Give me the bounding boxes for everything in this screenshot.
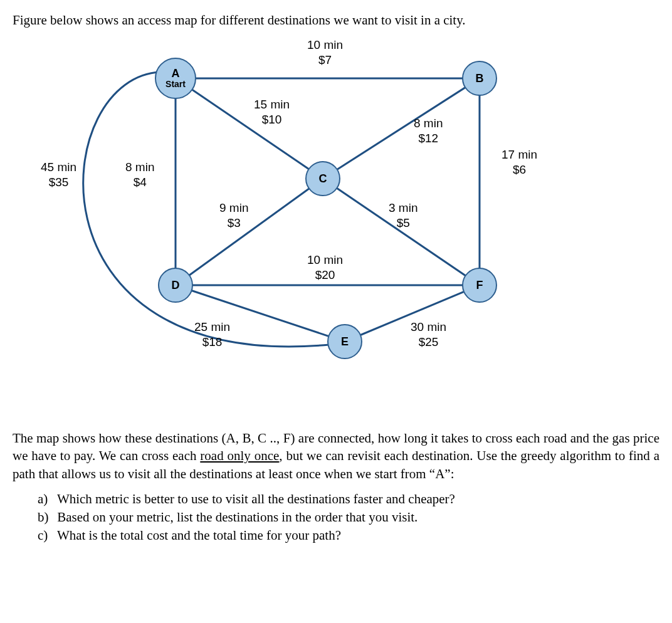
question-b-label: b) bbox=[38, 510, 54, 525]
question-c-label: c) bbox=[38, 528, 54, 543]
node-F: F bbox=[462, 268, 497, 303]
label-BF: 17 min $6 bbox=[501, 147, 537, 177]
label-AD-cost: $4 bbox=[125, 175, 154, 190]
label-DF: 10 min $20 bbox=[307, 253, 343, 283]
label-BC: 8 min $12 bbox=[414, 116, 443, 146]
node-C: C bbox=[305, 161, 340, 196]
node-F-label: F bbox=[476, 280, 483, 291]
node-B: B bbox=[462, 61, 497, 96]
edge-CF bbox=[323, 179, 480, 285]
label-EF: 30 min $25 bbox=[411, 320, 446, 350]
question-list: a) Which metric is better to use to visi… bbox=[13, 491, 659, 543]
label-AB-cost: $7 bbox=[307, 53, 343, 68]
node-B-label: B bbox=[476, 73, 484, 85]
label-AE-time: 45 min bbox=[41, 160, 76, 175]
intro-text: Figure below shows an access map for dif… bbox=[13, 13, 659, 28]
label-AB: 10 min $7 bbox=[307, 38, 343, 68]
label-AE: 45 min $35 bbox=[41, 160, 76, 190]
label-DF-time: 10 min bbox=[307, 253, 343, 268]
node-C-label: C bbox=[319, 173, 327, 185]
question-c-text: What is the total cost and the total tim… bbox=[57, 528, 341, 543]
edge-BC bbox=[323, 78, 480, 179]
label-BF-time: 17 min bbox=[501, 147, 537, 162]
label-DE-cost: $18 bbox=[194, 335, 230, 350]
edge-AE-curve bbox=[83, 72, 329, 347]
label-AB-time: 10 min bbox=[307, 38, 343, 53]
label-CD-cost: $3 bbox=[219, 216, 248, 231]
label-DE: 25 min $18 bbox=[194, 320, 230, 350]
node-A: A Start bbox=[155, 58, 196, 99]
node-E-label: E bbox=[341, 336, 349, 348]
label-CF-cost: $5 bbox=[389, 216, 417, 231]
node-A-sublabel: Start bbox=[165, 80, 186, 89]
description-paragraph: The map shows how these destinations (A,… bbox=[13, 429, 659, 483]
label-AE-cost: $35 bbox=[41, 175, 76, 190]
node-D: D bbox=[158, 268, 193, 303]
label-EF-cost: $25 bbox=[411, 335, 446, 350]
question-c: c) What is the total cost and the total … bbox=[38, 528, 659, 543]
node-E: E bbox=[327, 324, 362, 359]
edge-AC bbox=[176, 78, 323, 179]
label-CD-time: 9 min bbox=[219, 201, 248, 216]
label-DF-cost: $20 bbox=[307, 268, 343, 283]
question-a: a) Which metric is better to use to visi… bbox=[38, 491, 659, 507]
label-CF-time: 3 min bbox=[389, 201, 417, 216]
label-CF: 3 min $5 bbox=[389, 201, 417, 231]
label-BC-cost: $12 bbox=[414, 131, 443, 146]
label-BC-time: 8 min bbox=[414, 116, 443, 131]
label-AD: 8 min $4 bbox=[125, 160, 154, 190]
label-DE-time: 25 min bbox=[194, 320, 230, 335]
description-underlined: road only once bbox=[200, 448, 279, 463]
label-AC-time: 15 min bbox=[254, 97, 290, 112]
label-AC-cost: $10 bbox=[254, 112, 290, 127]
label-AD-time: 8 min bbox=[125, 160, 154, 175]
label-CD: 9 min $3 bbox=[219, 201, 248, 231]
label-EF-time: 30 min bbox=[411, 320, 446, 335]
node-D-label: D bbox=[172, 280, 180, 291]
edge-CD bbox=[176, 179, 323, 285]
label-AC: 15 min $10 bbox=[254, 97, 290, 127]
label-BF-cost: $6 bbox=[501, 162, 537, 177]
question-a-label: a) bbox=[38, 491, 54, 507]
node-A-label: A bbox=[172, 68, 180, 80]
question-a-text: Which metric is better to use to visit a… bbox=[57, 491, 455, 506]
question-b-text: Based on your metric, list the destinati… bbox=[57, 510, 417, 525]
question-b: b) Based on your metric, list the destin… bbox=[38, 510, 659, 525]
graph-diagram: A Start B C D E F 10 min $7 15 min $10 8… bbox=[31, 34, 545, 411]
